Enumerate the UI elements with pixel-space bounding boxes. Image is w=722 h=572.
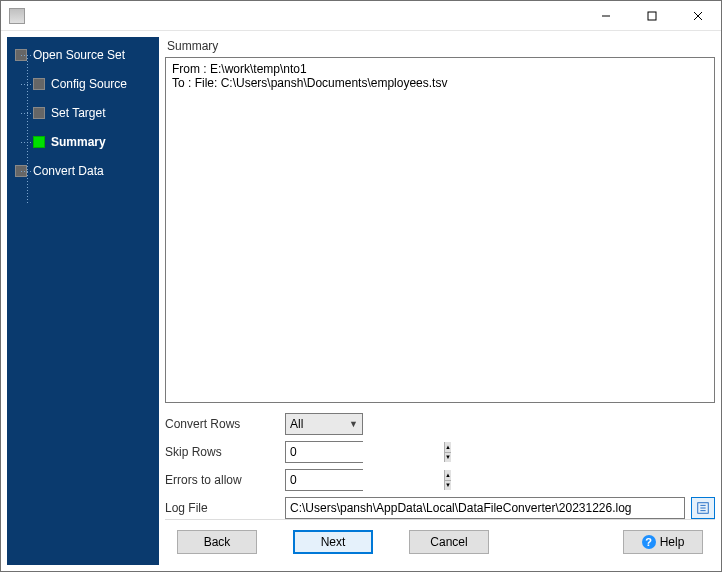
client-area: Open Source Set Config Source Set Target… (1, 31, 721, 571)
errors-label: Errors to allow (165, 473, 285, 487)
skip-rows-label: Skip Rows (165, 445, 285, 459)
tree-node-label: Set Target (51, 106, 105, 120)
tree-node-label: Summary (51, 135, 106, 149)
file-browse-icon (696, 501, 710, 515)
tree-node-summary[interactable]: Summary (7, 130, 159, 154)
convert-rows-value: All (290, 417, 303, 431)
svg-rect-1 (648, 12, 656, 20)
options-form: Convert Rows All ▼ Skip Rows ▲ ▼ (165, 413, 715, 519)
errors-spinner[interactable]: ▲ ▼ (285, 469, 363, 491)
tree-node-icon (33, 107, 45, 119)
wizard-footer: Back Next Cancel ? Help (165, 519, 715, 565)
chevron-down-icon: ▼ (349, 419, 358, 429)
spin-down-icon[interactable]: ▼ (445, 453, 451, 463)
app-icon (9, 8, 25, 24)
close-button[interactable] (675, 1, 721, 31)
minimize-button[interactable] (583, 1, 629, 31)
maximize-button[interactable] (629, 1, 675, 31)
tree-node-config-source[interactable]: Config Source (7, 72, 159, 96)
back-button[interactable]: Back (177, 530, 257, 554)
help-button[interactable]: ? Help (623, 530, 703, 554)
skip-rows-input[interactable] (286, 442, 444, 462)
titlebar (1, 1, 721, 31)
tree-node-icon (33, 78, 45, 90)
tree-node-convert-data[interactable]: Convert Data (7, 159, 159, 183)
tree-node-label: Config Source (51, 77, 127, 91)
errors-input[interactable] (286, 470, 444, 490)
tree-node-icon (15, 165, 27, 177)
skip-rows-spinner[interactable]: ▲ ▼ (285, 441, 363, 463)
summary-textarea[interactable]: From : E:\work\temp\nto1 To : File: C:\U… (165, 57, 715, 403)
spin-up-icon[interactable]: ▲ (445, 442, 451, 453)
next-button[interactable]: Next (293, 530, 373, 554)
tree-node-label: Convert Data (33, 164, 104, 178)
tree-node-set-target[interactable]: Set Target (7, 101, 159, 125)
spin-down-icon[interactable]: ▼ (445, 481, 451, 491)
log-file-label: Log File (165, 501, 285, 515)
help-label: Help (660, 535, 685, 549)
wizard-sidebar: Open Source Set Config Source Set Target… (7, 37, 159, 565)
tree-node-icon (15, 49, 27, 61)
panel-title: Summary (167, 39, 715, 53)
browse-log-button[interactable] (691, 497, 715, 519)
spin-up-icon[interactable]: ▲ (445, 470, 451, 481)
main-panel: Summary From : E:\work\temp\nto1 To : Fi… (165, 37, 715, 565)
tree-node-icon (33, 136, 45, 148)
help-icon: ? (642, 535, 656, 549)
tree-node-open-source-set[interactable]: Open Source Set (7, 43, 159, 67)
convert-rows-label: Convert Rows (165, 417, 285, 431)
convert-rows-select[interactable]: All ▼ (285, 413, 363, 435)
app-window: Open Source Set Config Source Set Target… (0, 0, 722, 572)
tree-node-label: Open Source Set (33, 48, 125, 62)
cancel-button[interactable]: Cancel (409, 530, 489, 554)
log-file-input[interactable] (285, 497, 685, 519)
